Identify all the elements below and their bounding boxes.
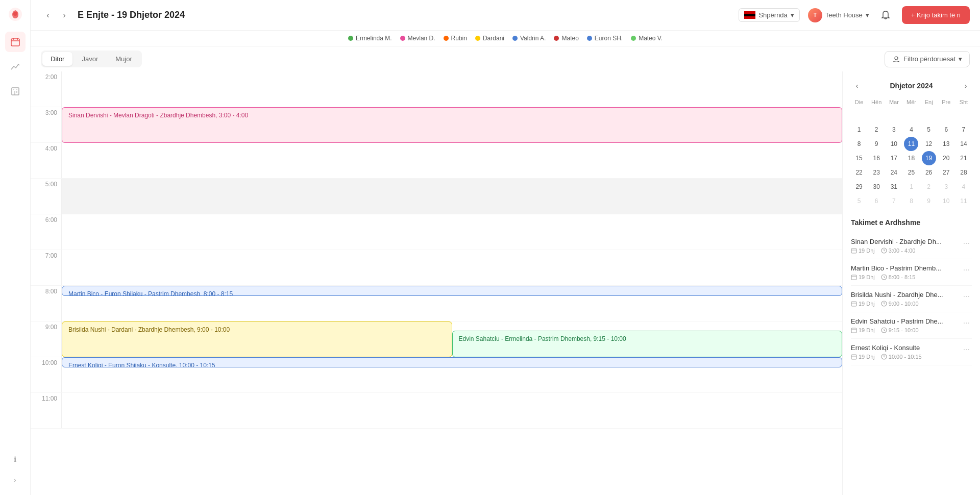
mini-cal-date[interactable]: 7 [887, 194, 901, 208]
time-slot: 11:00 [31, 393, 842, 429]
mini-cal-date[interactable]: 25 [904, 165, 918, 180]
tab-javor[interactable]: Javor [74, 52, 106, 66]
mini-cal-date[interactable]: 30 [869, 180, 884, 194]
mini-cal-week: 2930311234 [851, 180, 972, 194]
slot-content[interactable] [61, 214, 842, 250]
sidebar-item-analytics[interactable] [5, 56, 26, 77]
mini-calendar: ‹ Dhjetor 2024 › DieHënMarMërEnjPreSht12… [851, 80, 972, 208]
upcoming-item-name: Martin Bico - Pastrim Dhemb... [851, 264, 961, 272]
mini-cal-date[interactable]: 9 [869, 137, 884, 151]
sidebar-expand-btn[interactable]: › [5, 469, 26, 490]
mini-cal-date[interactable]: 2 [869, 122, 884, 137]
mini-cal-date[interactable]: 19 [922, 151, 936, 165]
calendar-event[interactable]: Martin Bico - Euron Shijaku - Pastrim Dh… [62, 286, 842, 296]
mini-cal-date[interactable]: 10 [939, 194, 953, 208]
upcoming-item-menu-btn[interactable]: ··· [961, 291, 972, 302]
tab-ditor[interactable]: Ditor [42, 52, 72, 66]
mini-cal-date[interactable]: 2 [922, 180, 936, 194]
upcoming-item-menu-btn[interactable]: ··· [961, 317, 972, 329]
clinic-chevron: ▾ [866, 11, 869, 19]
mini-cal-date[interactable]: 14 [957, 137, 971, 151]
mini-cal-date[interactable]: 27 [939, 165, 953, 180]
mini-cal-date[interactable]: 29 [852, 180, 866, 194]
slot-content[interactable] [61, 393, 842, 428]
mini-cal-date[interactable]: 6 [869, 194, 884, 208]
mini-cal-date[interactable]: 8 [852, 137, 866, 151]
upcoming-item-menu-btn[interactable]: ··· [961, 238, 972, 249]
mini-cal-date[interactable]: 16 [869, 151, 884, 165]
mini-cal-date[interactable]: 7 [957, 122, 971, 137]
upcoming-item-menu-btn[interactable]: ··· [961, 344, 972, 355]
nav-next-btn[interactable]: › [57, 8, 71, 22]
mini-cal-date[interactable]: 1 [904, 180, 918, 194]
mini-cal-date[interactable]: 4 [957, 180, 971, 194]
slot-content[interactable]: Martin Bico - Euron Shijaku - Pastrim Dh… [61, 286, 842, 321]
mini-cal-date[interactable]: 26 [922, 165, 936, 180]
mini-cal-date[interactable]: 11 [904, 137, 918, 151]
mini-cal-date[interactable]: 1 [852, 122, 866, 137]
slot-content[interactable]: Brisilda Nushi - Dardani - Zbardhje Dhem… [61, 321, 842, 357]
sidebar-info[interactable]: ℹ [5, 449, 26, 469]
mini-cal-week: 22232425262728 [851, 165, 972, 180]
mini-cal-date[interactable]: 4 [904, 122, 918, 137]
mini-cal-date[interactable]: 3 [887, 122, 901, 137]
mini-cal-date[interactable]: 21 [957, 151, 971, 165]
sidebar-bottom: ℹ › [5, 449, 26, 490]
tab-mujor[interactable]: Mujor [107, 52, 140, 66]
mini-cal-date[interactable]: 18 [904, 151, 918, 165]
mini-cal-date[interactable]: 15 [852, 151, 866, 165]
notifications-bell[interactable] [877, 7, 894, 23]
mini-cal-date[interactable]: 6 [939, 122, 953, 137]
create-appointment-btn[interactable]: + Krijo takim të ri [902, 6, 970, 24]
mini-cal-grid: DieHënMarMërEnjPreSht1234567891011121314… [851, 98, 972, 208]
mini-cal-date[interactable]: 5 [852, 194, 866, 208]
mini-cal-date[interactable]: 3 [939, 180, 953, 194]
legend-bar: Ermelinda M.Mevlan D.RubinDardaniValdrin… [31, 31, 980, 46]
legend-dot [348, 36, 353, 41]
mini-cal-date[interactable]: 5 [922, 122, 936, 137]
schedule-area[interactable]: 2:003:00Sinan Dervishi - Mevlan Dragoti … [31, 71, 842, 495]
sidebar-item-calendar[interactable] [5, 32, 26, 52]
calendar-event[interactable]: Sinan Dervishi - Mevlan Dragoti - Zbardh… [62, 107, 842, 143]
mini-cal-date[interactable]: 22 [852, 165, 866, 180]
sidebar-item-building[interactable] [5, 81, 26, 101]
slot-content[interactable] [61, 179, 842, 214]
time-label: 3:00 [31, 107, 61, 142]
mini-cal-date[interactable]: 11 [957, 194, 971, 208]
nav-prev-btn[interactable]: ‹ [41, 8, 55, 22]
mini-cal-date[interactable]: 31 [887, 180, 901, 194]
language-selector[interactable]: Shpërnda ▾ [739, 8, 799, 22]
calendar-event[interactable]: Ernest Koliqi - Euron Shijaku - Konsulte… [62, 357, 842, 367]
legend-item: Dardani [475, 35, 504, 42]
mini-cal-date[interactable]: 10 [887, 137, 901, 151]
slot-content[interactable] [61, 71, 842, 107]
mini-cal-date[interactable]: 8 [904, 194, 918, 208]
mini-cal-date[interactable]: 20 [939, 151, 953, 165]
filter-users-btn[interactable]: Filtro përdoruesat ▾ [885, 51, 970, 67]
legend-label: Euron SH. [595, 35, 623, 42]
legend-item: Valdrin A. [512, 35, 546, 42]
mini-cal-date[interactable]: 24 [887, 165, 901, 180]
slot-content[interactable] [61, 250, 842, 285]
upcoming-item-date: 19 Dhj [851, 354, 875, 360]
calendar-event[interactable]: Edvin Sahatciu - Ermelinda - Pastrim Dhe… [452, 331, 843, 357]
mini-cal-prev[interactable]: ‹ [851, 80, 863, 92]
slot-content[interactable] [61, 143, 842, 178]
mini-cal-date[interactable]: 23 [869, 165, 884, 180]
slot-content[interactable]: Ernest Koliqi - Euron Shijaku - Konsulte… [61, 357, 842, 392]
mini-cal-date[interactable]: 13 [939, 137, 953, 151]
app-logo[interactable] [6, 5, 24, 23]
mini-cal-date[interactable]: 9 [922, 194, 936, 208]
calendar-event[interactable]: Brisilda Nushi - Dardani - Zbardhje Dhem… [62, 321, 452, 357]
mini-cal-date[interactable]: 12 [922, 137, 936, 151]
time-label: 8:00 [31, 286, 61, 321]
upcoming-item-menu-btn[interactable]: ··· [961, 264, 972, 276]
mini-cal-next[interactable]: › [960, 80, 972, 92]
clinic-selector[interactable]: T Teeth House ▾ [808, 8, 869, 22]
schedule-grid: 2:003:00Sinan Dervishi - Mevlan Dragoti … [31, 71, 842, 495]
upcoming-item-name: Ernest Koliqi - Konsulte [851, 344, 961, 352]
upcoming-item-left: Edvin Sahatciu - Pastrim Dhe... 19 Dhj 9… [851, 317, 961, 333]
mini-cal-date[interactable]: 28 [957, 165, 971, 180]
mini-cal-date[interactable]: 17 [887, 151, 901, 165]
slot-content[interactable]: Sinan Dervishi - Mevlan Dragoti - Zbardh… [61, 107, 842, 142]
